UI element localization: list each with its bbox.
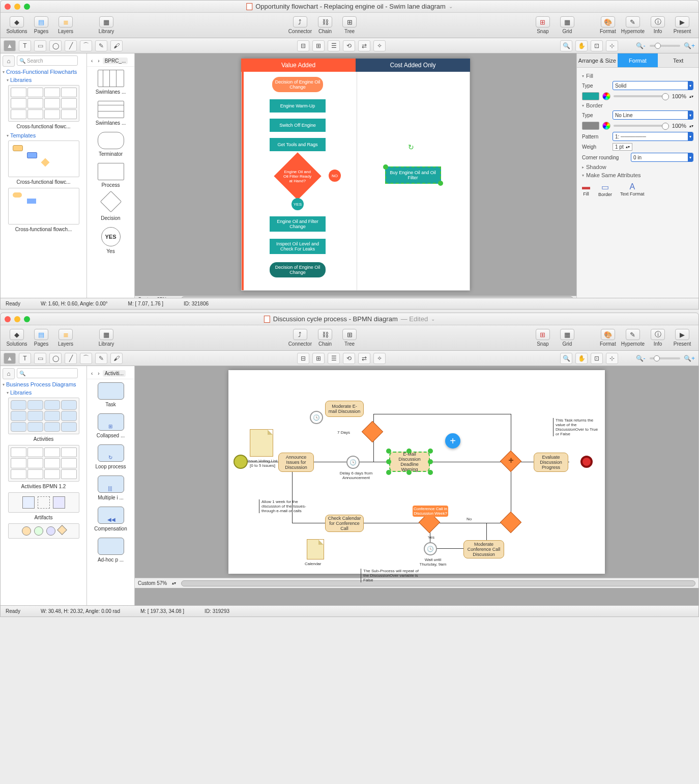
zoom-stepper-icon[interactable]: ▴▾ <box>172 581 176 585</box>
pointer-tool[interactable]: ▲ <box>4 353 16 364</box>
same-border-button[interactable]: ▭Border <box>598 182 612 197</box>
magic-tool[interactable]: ✧ <box>373 353 386 364</box>
template-thumb-1[interactable] <box>8 141 79 177</box>
zoom-value[interactable]: Custom 57% <box>138 580 167 586</box>
zoom-slider[interactable] <box>650 45 680 47</box>
zoom-in[interactable]: 🔍+ <box>683 40 695 51</box>
template-thumb-2[interactable] <box>8 188 79 225</box>
annotation-3[interactable]: This Task returns the value of the Discu… <box>553 418 599 436</box>
forward-icon[interactable]: › <box>96 58 101 64</box>
gateway-1[interactable] <box>362 421 383 442</box>
guide-tool[interactable]: ⊹ <box>606 353 618 364</box>
panel-home-icon[interactable]: ⌂ <box>3 55 15 67</box>
canvas-area[interactable]: Issue Voting List [0 to 5 Issues] Announ… <box>135 366 698 605</box>
page[interactable]: Issue Voting List [0 to 5 Issues] Announ… <box>228 370 605 574</box>
lib-more[interactable] <box>8 523 79 539</box>
section-fill[interactable]: Fill <box>582 73 693 79</box>
breadcrumb-label[interactable]: BPRC_... <box>103 58 128 64</box>
rotate-tool[interactable]: ⟲ <box>343 40 355 51</box>
pages-button[interactable]: ▤Pages <box>30 16 52 34</box>
grid-button[interactable]: ▦Grid <box>556 16 578 34</box>
section-bpd[interactable]: Business Process Diagrams <box>3 381 84 387</box>
lib-activities[interactable] <box>8 398 79 434</box>
ellipse-tool[interactable]: ◯ <box>49 40 62 51</box>
lane-cost[interactable]: Buy Engine Oil and Oil Filter ↻ <box>357 72 470 290</box>
library-thumb[interactable] <box>8 85 79 122</box>
node-warmup[interactable]: Engine Warm-Up <box>270 99 326 113</box>
chain-button[interactable]: ⛓Chain <box>314 329 336 347</box>
info-button[interactable]: ⓘInfo <box>647 16 669 34</box>
breadcrumb-label[interactable]: Activiti... <box>103 370 126 377</box>
tree-button[interactable]: ⊞Tree <box>338 329 361 347</box>
section-shadow[interactable]: Shadow <box>582 164 693 170</box>
shape-collapsed[interactable]: ⊞Collapsed ... <box>93 413 129 438</box>
chevron-down-icon[interactable]: ⌄ <box>449 4 453 9</box>
snap-button[interactable]: ⊞Snap <box>532 16 554 34</box>
task-moderate-conf[interactable]: Moderate Conference Call Discussion <box>463 540 504 558</box>
weight-input[interactable]: 1 pt▴▾ <box>613 143 632 151</box>
node-tools[interactable]: Get Tools and Rags <box>270 138 326 151</box>
text-tool[interactable]: T <box>19 40 31 51</box>
lane-value[interactable]: Decision of Engine Oil Change Engine War… <box>242 72 357 290</box>
node-inspect[interactable]: Inspect Oil Level and Check For Leaks <box>270 239 326 254</box>
zoom-stepper-icon[interactable]: ▴▾ <box>172 297 176 298</box>
libraries-heading[interactable]: Libraries <box>7 389 84 396</box>
node-change[interactable]: Engine Oil and Filter Change <box>270 216 326 232</box>
back-icon[interactable]: ‹ <box>89 58 95 64</box>
fill-color[interactable] <box>582 92 599 100</box>
gateway-2[interactable] <box>500 512 521 533</box>
line-tool[interactable]: ╱ <box>65 353 77 364</box>
align-tool[interactable]: ⊟ <box>297 40 309 51</box>
shape-loop[interactable]: ↻Loop process <box>93 444 129 469</box>
snap-button[interactable]: ⊞Snap <box>532 329 554 347</box>
rect-tool[interactable]: ▭ <box>34 40 46 51</box>
node-end[interactable]: Decision of Engine Oil Change <box>270 262 326 277</box>
lane-header-value[interactable]: Value Added <box>241 59 356 72</box>
pen-tool[interactable]: ✎ <box>95 353 107 364</box>
group-tool[interactable]: ⊞ <box>312 353 325 364</box>
opacity-slider[interactable] <box>614 95 669 97</box>
mirror-tool[interactable]: ⇄ <box>358 353 370 364</box>
present-button[interactable]: ▶Present <box>671 329 693 347</box>
order-tool[interactable]: ☰ <box>328 40 340 51</box>
corner-select[interactable]: 0 in <box>631 153 693 162</box>
close-icon[interactable] <box>5 4 11 10</box>
present-button[interactable]: ▶Present <box>671 16 693 34</box>
color-wheel-icon[interactable] <box>602 92 610 100</box>
event-timer-1[interactable]: 🕓 <box>310 411 323 424</box>
hypernote-button[interactable]: ✎Hypernote <box>621 16 645 34</box>
annotation-2[interactable]: The Sub-Process will repeat of the Discu… <box>361 569 422 582</box>
shape-yes[interactable]: YESYes <box>93 227 129 254</box>
zoom-icon[interactable] <box>24 4 30 10</box>
solutions-button[interactable]: ◆Solutions <box>6 329 28 347</box>
node-yes[interactable]: YES <box>292 198 304 210</box>
section-same-attrs[interactable]: Make Same Attributes <box>582 172 693 178</box>
rotate-handle-icon[interactable]: ↻ <box>408 143 414 151</box>
close-icon[interactable] <box>5 316 11 322</box>
pointer-tool[interactable]: ▲ <box>4 40 16 51</box>
annotation-1[interactable]: Allow 1 week for the discussion of the I… <box>259 499 310 513</box>
brush-tool[interactable]: 🖌 <box>110 40 123 51</box>
rect-tool[interactable]: ▭ <box>34 353 46 364</box>
library-button[interactable]: ▦Library <box>95 16 118 34</box>
zoom-in[interactable]: 🔍+ <box>683 353 695 364</box>
shape-compensation[interactable]: ◀◀Compensation <box>93 507 129 531</box>
text-tool[interactable]: T <box>19 353 31 364</box>
group-tool[interactable]: ⊞ <box>312 40 325 51</box>
pages-button[interactable]: ▤Pages <box>30 329 52 347</box>
page[interactable]: Value Added Cost Added Only Decision of … <box>241 59 470 291</box>
task-deadline-selected[interactable]: E-Mail Discussion Deadline Warning <box>389 452 430 472</box>
crop-tool[interactable]: ⊡ <box>591 40 603 51</box>
lib-artifacts[interactable] <box>8 492 79 513</box>
shapes-breadcrumb[interactable]: ‹ › BPRC_... <box>87 55 134 67</box>
zoom-out[interactable]: 🔍- <box>634 40 647 51</box>
fill-type-select[interactable]: Solid <box>613 81 693 90</box>
zoom-value[interactable]: Custom 65% <box>138 297 167 298</box>
stepper-icon[interactable]: ▴▾ <box>689 124 693 128</box>
magic-tool[interactable]: ✧ <box>373 40 386 51</box>
event-end[interactable] <box>580 456 593 468</box>
color-wheel-icon[interactable] <box>602 122 610 130</box>
titlebar[interactable]: Opportunity flowchart - Replacing engine… <box>1 1 698 13</box>
add-button[interactable]: + <box>445 433 460 449</box>
rotate-tool[interactable]: ⟲ <box>343 353 355 364</box>
